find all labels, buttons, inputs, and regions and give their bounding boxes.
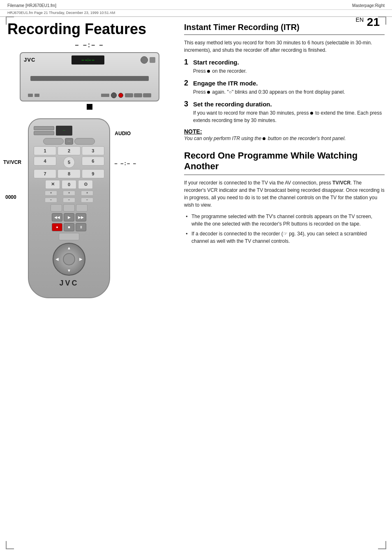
remote-func-2[interactable] — [63, 204, 75, 212]
remote-playback-row2: ● ■ ⏸ — [34, 223, 104, 231]
header: Filename [HRJ670EU1.fm] Masterpage:Right — [0, 0, 392, 10]
remote-vol-ch-row: + − + − + − — [34, 191, 104, 203]
corner-mark-br — [378, 541, 386, 549]
step-1: 1 Start recording. Press on the recorder… — [184, 58, 385, 75]
remote-bottom-num-row: ✕ 0 ⊙ — [34, 180, 104, 189]
section2-bullets: The programme selected with the TV's cha… — [186, 213, 385, 245]
vcr-btn-3 — [101, 94, 109, 97]
note-section: NOTE: You can only perform ITR using the… — [184, 128, 385, 142]
remote-record[interactable]: ● — [52, 223, 62, 231]
remote-num-2[interactable]: 2 — [58, 146, 80, 155]
remote-stop[interactable]: ■ — [64, 223, 74, 231]
vcr-top-bar: JVC – –:– – — [24, 55, 155, 64]
remote-small-btn-1[interactable] — [59, 233, 79, 240]
bullet-dot-large: ● — [87, 104, 92, 110]
remote-pr-col: + − — [81, 191, 93, 203]
section2-bullet-1: The programme selected with the TV's cha… — [186, 213, 385, 228]
vcr-tape-slot — [30, 76, 149, 81]
left-column: Recording Features – –:– – JVC – –:– – — [7, 21, 180, 298]
remote-func-1[interactable] — [51, 204, 62, 212]
remote-tvcvr-label: TV/VCR — [3, 159, 21, 165]
vcr-logo: JVC — [24, 57, 35, 63]
remote-pr-minus[interactable]: − — [81, 198, 93, 203]
remote-vol-plus[interactable]: + — [45, 191, 57, 196]
remote-numpad: 1 2 3 4 5 6 7 8 9 — [34, 146, 104, 178]
bullet-dot-step3 — [310, 112, 313, 115]
corner-mark-tl — [6, 16, 14, 25]
remote-top-section: ··· — [34, 126, 104, 136]
section1: Instant Timer Recording (ITR) This easy … — [184, 23, 385, 142]
remote-num-0[interactable]: 0 — [62, 180, 76, 189]
remote-ch-minus[interactable]: − — [63, 198, 75, 203]
remote-ffwd[interactable]: ▶▶ — [76, 213, 86, 221]
remote-num-8[interactable]: 8 — [58, 169, 80, 178]
remote-body: ··· ··· 1 2 3 4 5 6 — [28, 118, 110, 298]
vcr-bottom-buttons — [24, 92, 155, 98]
note-title: NOTE: — [184, 128, 385, 135]
vcr-btn-round-2 — [118, 93, 123, 98]
remote-num-9[interactable]: 9 — [82, 169, 104, 178]
page-bottom — [0, 298, 392, 315]
header-masterpage: Masterpage:Right — [352, 3, 385, 8]
step-2-title: Engage the ITR mode. — [193, 80, 258, 87]
remote-ch-col: + − — [63, 191, 75, 203]
right-column: Instant Timer Recording (ITR) This easy … — [180, 21, 385, 298]
remote-0000-label: 0000 — [5, 194, 16, 200]
remote-func-3[interactable] — [76, 204, 88, 212]
remote-btn-x[interactable]: ✕ — [45, 180, 60, 189]
en-label: EN — [356, 16, 364, 23]
vcr-btn-1 — [28, 94, 33, 97]
bullet-dot-step1 — [207, 70, 210, 73]
remote-pr-plus[interactable]: + — [81, 191, 93, 196]
section2-intro: If your recorder is connected to the TV … — [184, 179, 385, 209]
step-3: 3 Set the recording duration. If you wan… — [184, 100, 385, 124]
vcr-timer-display: – –:– – — [7, 41, 172, 49]
remote-num-5[interactable]: 5 — [63, 157, 75, 168]
remote-small-row — [34, 233, 104, 240]
vcr-display: – –:– – — [71, 55, 104, 64]
step-1-title: Start recording. — [193, 59, 239, 66]
page-number-value: 21 — [367, 16, 380, 28]
remote-top-btn-2 — [34, 131, 54, 135]
step-1-body: Press on the recorder. — [193, 67, 385, 75]
remote-timer-display: – –:– – — [115, 160, 137, 166]
remote-btn-power[interactable]: ⊙ — [78, 180, 93, 189]
vcr-btn-round-1 — [111, 92, 117, 98]
remote-nav-ring[interactable]: ▲ ◀ ▶ ▼ — [53, 243, 85, 276]
remote-vol-minus[interactable]: − — [45, 198, 57, 203]
page-title: Recording Features — [7, 21, 172, 37]
remote-small-mid: ··· — [65, 138, 73, 145]
vcr-btn-2 — [35, 94, 39, 97]
remote-num-3[interactable]: 3 — [82, 146, 104, 155]
section1-intro: This easy method lets you record for fro… — [184, 39, 385, 54]
bullet-dot-step2 — [207, 91, 210, 94]
vcr-device-illustration: JVC – –:– – — [20, 52, 159, 101]
remote-nav-center[interactable] — [63, 253, 75, 265]
step-3-body: If you want to record for more than 30 m… — [193, 109, 385, 124]
remote-num-4[interactable]: 4 — [34, 157, 56, 166]
remote-play[interactable]: ▶ — [64, 213, 74, 221]
remote-num-7[interactable]: 7 — [34, 169, 56, 178]
remote-pause[interactable]: ⏸ — [76, 223, 86, 231]
header-subheader: HRJ670EU1.fm Page 21 Thursday, December … — [0, 10, 392, 17]
step-2: 2 Engage the ITR mode. Press again. "○" … — [184, 79, 385, 96]
remote-rewind[interactable]: ◀◀ — [52, 213, 62, 221]
section1-divider — [184, 35, 385, 35]
section2-divider — [184, 175, 385, 175]
remote-top-pair — [34, 126, 54, 135]
remote-oval-2 — [74, 138, 95, 145]
note-body: You can only perform ITR using the butto… — [184, 135, 385, 142]
remote-num-1[interactable]: 1 — [34, 146, 56, 155]
step-3-title: Set the recording duration. — [193, 101, 272, 108]
remote-num-6[interactable]: 6 — [82, 157, 104, 166]
remote-ch-plus[interactable]: + — [63, 191, 75, 196]
step-2-number: 2 — [184, 79, 191, 88]
page-number: EN 21 — [356, 16, 380, 29]
step-3-header: 3 Set the recording duration. — [184, 100, 385, 108]
step-2-header: 2 Engage the ITR mode. — [184, 79, 385, 88]
remote-oval-1 — [43, 138, 64, 145]
remote-display-box: ··· — [56, 126, 72, 136]
step-2-body: Press again. "○" blinks and 0:30 appears… — [193, 88, 385, 96]
step-3-number: 3 — [184, 100, 191, 108]
remote-jvc-logo: JVC — [34, 279, 104, 288]
